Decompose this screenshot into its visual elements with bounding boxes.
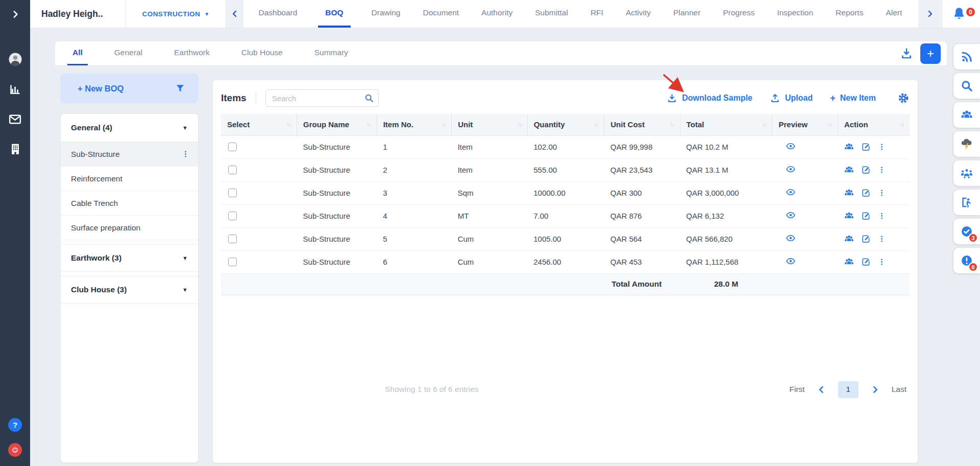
tree-group-header-earthwork-3[interactable]: Earthwork (3)▼ xyxy=(61,244,198,272)
tab-general[interactable]: General xyxy=(109,41,148,65)
nav-item-document[interactable]: Document xyxy=(421,0,460,28)
eye-icon[interactable] xyxy=(786,233,796,243)
row-checkbox[interactable] xyxy=(228,258,237,266)
search-input[interactable] xyxy=(265,89,379,107)
rail-alert-circle-button[interactable]: 0 xyxy=(953,248,980,273)
sort-icon[interactable]: ↑↓ xyxy=(827,121,831,128)
edit-icon[interactable] xyxy=(861,234,871,244)
row-checkbox[interactable] xyxy=(228,189,237,197)
eye-icon[interactable] xyxy=(786,141,796,151)
rail-avatar-button[interactable] xyxy=(8,52,23,69)
nav-item-activity[interactable]: Activity xyxy=(624,0,652,28)
sort-icon[interactable]: ↑↓ xyxy=(594,121,598,128)
sort-icon[interactable]: ↑↓ xyxy=(899,121,903,128)
nav-item-authority[interactable]: Authority xyxy=(480,0,514,28)
edit-icon[interactable] xyxy=(861,165,871,175)
edit-icon[interactable] xyxy=(861,211,871,221)
sort-icon[interactable]: ↑↓ xyxy=(441,121,445,128)
tab-earthwork[interactable]: Earthwork xyxy=(169,41,215,65)
row-checkbox[interactable] xyxy=(228,235,237,243)
new-item-button[interactable]: + New Item xyxy=(830,93,876,104)
row-checkbox[interactable] xyxy=(228,212,237,220)
nav-item-progress[interactable]: Progress xyxy=(721,0,756,28)
download-sample-button[interactable]: Download Sample xyxy=(667,93,752,104)
tree-group-header-club-house-3[interactable]: Club House (3)▼ xyxy=(61,276,198,304)
column-header-quantity: Quantity↑↓ xyxy=(527,114,604,135)
rail-building-button[interactable] xyxy=(8,142,22,158)
nav-item-drawing[interactable]: Drawing xyxy=(370,0,402,28)
rail-help-button[interactable]: ? xyxy=(8,418,22,432)
sort-icon[interactable]: ↑↓ xyxy=(670,121,674,128)
tree-item-reinforcement[interactable]: Reinforcement xyxy=(61,167,198,191)
users-icon[interactable] xyxy=(844,211,854,221)
kebab-menu-icon[interactable] xyxy=(877,143,886,151)
nav-item-boq[interactable]: BOQ xyxy=(318,0,350,28)
pagination-first[interactable]: First xyxy=(790,385,805,394)
tree-item-surface-preparation[interactable]: Surface preparation xyxy=(61,216,198,240)
kebab-menu-icon[interactable] xyxy=(877,166,886,174)
notifications-button[interactable]: 0 xyxy=(942,0,980,28)
users-icon[interactable] xyxy=(844,188,854,198)
rail-users-button[interactable] xyxy=(953,102,980,128)
tree-group-header-general-4[interactable]: General (4)▼ xyxy=(61,114,198,142)
kebab-menu-icon[interactable] xyxy=(877,235,886,243)
tab-all[interactable]: All xyxy=(67,41,88,65)
new-boq-button[interactable]: + New BOQ xyxy=(60,74,199,103)
eye-icon[interactable] xyxy=(786,187,796,197)
expand-sidebar-button[interactable] xyxy=(0,0,30,28)
rail-power-button[interactable] xyxy=(8,443,22,457)
nav-item-rfi[interactable]: RFI xyxy=(589,0,605,28)
sort-icon[interactable]: ↑↓ xyxy=(762,121,766,128)
row-checkbox[interactable] xyxy=(228,143,237,151)
sort-icon[interactable]: ↑↓ xyxy=(366,121,371,128)
edit-icon[interactable] xyxy=(861,188,871,198)
nav-item-submittal[interactable]: Submittal xyxy=(533,0,570,28)
sort-icon[interactable]: ↑↓ xyxy=(517,121,521,128)
users-icon[interactable] xyxy=(844,142,854,152)
pagination-next-chevron-icon[interactable] xyxy=(871,385,879,394)
tree-item-cable-trench[interactable]: Cable Trench xyxy=(61,191,198,216)
upload-button[interactable]: Upload xyxy=(770,93,813,104)
rail-rss-button[interactable] xyxy=(953,44,980,69)
tree-item-sub-structure[interactable]: Sub-Structure xyxy=(61,142,198,167)
nav-item-inspection[interactable]: Inspection xyxy=(775,0,815,28)
rail-exit-button[interactable] xyxy=(953,190,980,215)
nav-item-dashboard[interactable]: Dashboard xyxy=(257,0,299,28)
add-boq-button[interactable]: + xyxy=(920,43,941,64)
module-dropdown[interactable]: CONSTRUCTION ▼ xyxy=(126,0,226,28)
gear-icon[interactable] xyxy=(897,92,910,104)
kebab-menu-icon[interactable] xyxy=(877,212,886,220)
pagination-prev-chevron-icon[interactable] xyxy=(817,385,826,394)
search-icon[interactable] xyxy=(364,93,374,103)
kebab-menu-icon[interactable] xyxy=(181,150,190,158)
kebab-menu-icon[interactable] xyxy=(877,258,886,266)
edit-icon[interactable] xyxy=(861,142,871,152)
users-icon[interactable] xyxy=(844,234,854,244)
eye-icon[interactable] xyxy=(786,210,796,220)
kebab-menu-icon[interactable] xyxy=(877,189,886,197)
pagination-page-1[interactable]: 1 xyxy=(838,381,859,398)
row-checkbox[interactable] xyxy=(228,166,237,174)
funnel-icon[interactable] xyxy=(175,83,185,94)
sort-icon[interactable]: ↑↓ xyxy=(286,121,290,128)
nav-item-alert[interactable]: Alert xyxy=(884,0,903,28)
rail-meeting-button[interactable] xyxy=(953,160,980,186)
users-icon[interactable] xyxy=(844,165,854,175)
pagination-last[interactable]: Last xyxy=(892,385,906,394)
nav-item-planner[interactable]: Planner xyxy=(672,0,702,28)
nav-item-reports[interactable]: Reports xyxy=(834,0,865,28)
rail-mail-button[interactable] xyxy=(8,112,22,128)
nav-scroll-right-button[interactable] xyxy=(918,0,942,28)
users-icon[interactable] xyxy=(844,257,854,267)
rail-check-circle-button[interactable]: 3 xyxy=(953,219,980,244)
eye-icon[interactable] xyxy=(786,256,796,266)
nav-scroll-left-button[interactable] xyxy=(226,0,243,28)
rail-bar-chart-button[interactable] xyxy=(8,83,22,99)
eye-icon[interactable] xyxy=(786,164,796,174)
rail-search-button[interactable] xyxy=(953,73,980,99)
tab-club-house[interactable]: Club House xyxy=(236,41,288,65)
export-download-button[interactable] xyxy=(900,47,913,60)
edit-icon[interactable] xyxy=(861,257,871,267)
rail-storm-button[interactable] xyxy=(953,131,980,157)
tab-summary[interactable]: Summary xyxy=(309,41,353,65)
